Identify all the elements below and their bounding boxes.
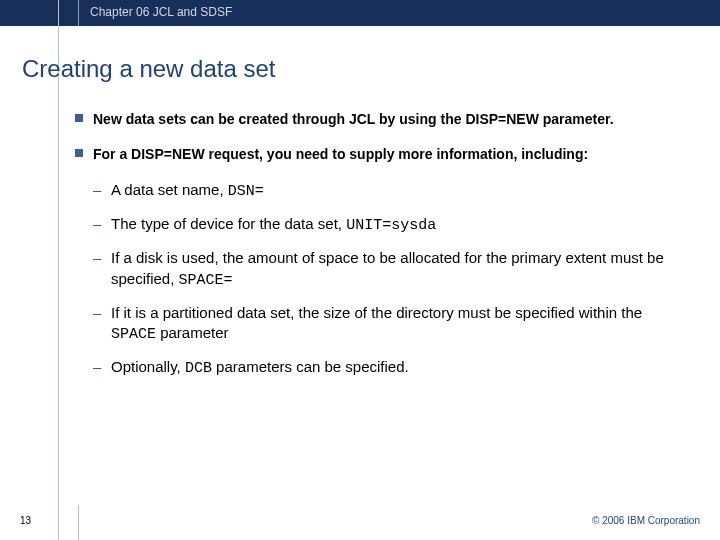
sub-text-post: parameters can be specified. [212, 358, 409, 375]
sub-code: SPACE= [179, 272, 233, 289]
sub-text-pre: The type of device for the data set, [111, 215, 346, 232]
dash-icon: – [93, 357, 101, 377]
bullet-supply-info: For a DISP=NEW request, you need to supp… [75, 145, 665, 164]
sub-code: DCB [185, 360, 212, 377]
bullet-text: For a DISP=NEW request, you need to supp… [93, 146, 588, 162]
sub-text-post: parameter [156, 324, 229, 341]
sub-dsn: – A data set name, DSN= [93, 180, 665, 202]
sub-text-pre: Optionally, [111, 358, 185, 375]
sub-code: UNIT=sysda [346, 217, 436, 234]
bullet-disp-new: New data sets can be created through JCL… [75, 110, 665, 129]
sub-space: – If a disk is used, the amount of space… [93, 248, 665, 291]
content-area: New data sets can be created through JCL… [75, 110, 665, 392]
dash-icon: – [93, 214, 101, 234]
sub-dcb: – Optionally, DCB parameters can be spec… [93, 357, 665, 379]
sub-pds-directory: – If it is a partitioned data set, the s… [93, 303, 665, 346]
vertical-rule-footer [78, 505, 79, 540]
sub-code: SPACE [111, 326, 156, 343]
dash-icon: – [93, 180, 101, 200]
dash-icon: – [93, 248, 101, 268]
slide: Chapter 06 JCL and SDSF Creating a new d… [0, 0, 720, 540]
sub-unit: – The type of device for the data set, U… [93, 214, 665, 236]
vertical-rule-header [78, 0, 79, 26]
chapter-label: Chapter 06 JCL and SDSF [90, 5, 232, 19]
page-title: Creating a new data set [22, 55, 276, 83]
sub-text-pre: A data set name, [111, 181, 228, 198]
bullet-text: New data sets can be created through JCL… [93, 111, 614, 127]
dash-icon: – [93, 303, 101, 323]
sub-text-pre: If it is a partitioned data set, the siz… [111, 304, 642, 321]
sub-code: DSN= [228, 183, 264, 200]
page-number: 13 [20, 515, 31, 526]
copyright-text: © 2006 IBM Corporation [592, 515, 700, 526]
